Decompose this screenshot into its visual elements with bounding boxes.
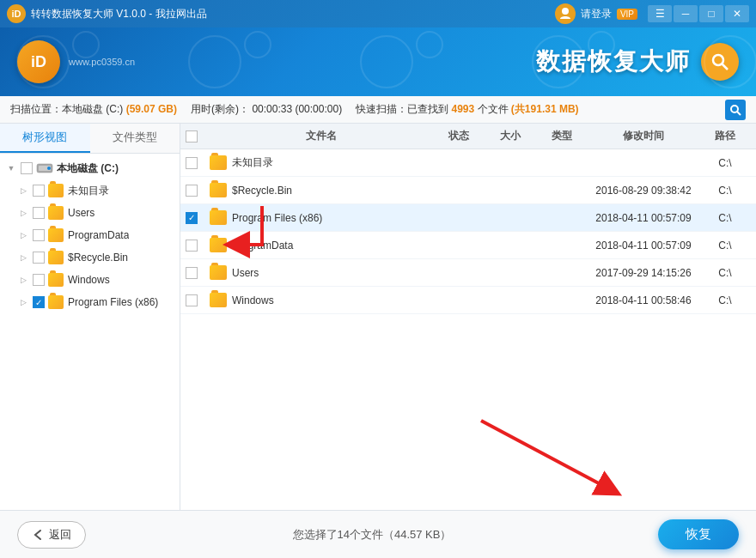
row-check-1[interactable]	[186, 185, 210, 197]
tree-item-programdata[interactable]: ▷ ProgramData	[0, 224, 180, 246]
file-cb-3[interactable]	[186, 240, 198, 252]
file-folder-icon-3	[210, 238, 227, 252]
cb-unknown[interactable]	[33, 185, 45, 197]
row-check-3[interactable]	[186, 240, 210, 252]
tab-file-type[interactable]: 文件类型	[90, 124, 180, 153]
minimize-btn[interactable]: ─	[674, 5, 698, 22]
row-check-4[interactable]	[186, 267, 210, 279]
expand-unknown[interactable]: ▷	[17, 185, 29, 197]
expand-recycle[interactable]: ▷	[17, 252, 29, 264]
cb-recycle[interactable]	[33, 252, 45, 264]
file-mtime-5: 2018-04-11 00:58:46	[588, 294, 699, 306]
back-icon	[32, 529, 44, 541]
close-btn[interactable]: ✕	[725, 5, 749, 22]
expand-programfiles[interactable]: ▷	[17, 296, 29, 308]
svg-point-1	[713, 55, 723, 65]
selection-status: 您选择了14个文件（44.57 KB）	[293, 528, 452, 541]
folder-icon-windows	[48, 273, 64, 287]
svg-line-2	[722, 64, 728, 70]
user-icon[interactable]	[555, 3, 576, 24]
tree-item-programfiles[interactable]: ▷ ✓ Program Files (x86)	[0, 291, 180, 313]
brand-website: www.pc0359.cn	[69, 57, 135, 67]
tree-item-users[interactable]: ▷ Users	[0, 202, 180, 224]
row-check-0[interactable]	[186, 157, 210, 169]
header-name: 文件名	[210, 129, 433, 143]
file-cb-4[interactable]	[186, 267, 198, 279]
file-mtime-3: 2018-04-11 00:57:09	[588, 240, 699, 252]
header-search-button[interactable]	[701, 43, 739, 81]
maximize-btn[interactable]: □	[699, 5, 723, 22]
header-checkbox[interactable]	[186, 130, 198, 143]
tree-root: ▼ 本地磁盘 (C:) ▷ 未知目录 ▷ U	[0, 154, 180, 317]
expand-programdata[interactable]: ▷	[17, 229, 29, 241]
time-info: 用时(剩余)： 00:00:33 (00:00:00)	[191, 102, 342, 117]
label-users: Users	[68, 207, 94, 219]
file-row-5[interactable]: Windows 2018-04-11 00:58:46 C:\	[180, 287, 756, 314]
header-status: 状态	[433, 129, 485, 143]
file-folder-icon-5	[210, 293, 227, 307]
file-cb-0[interactable]	[186, 157, 198, 169]
cb-programfiles[interactable]: ✓	[33, 296, 45, 308]
recover-button[interactable]: 恢复	[658, 519, 739, 549]
main-content: 树形视图 文件类型 ▼ 本地磁盘 (C:) ▷ 未知目录	[0, 124, 756, 510]
file-name-cell-3: ProgramData	[210, 238, 433, 252]
bottom-status-text: 您选择了14个文件（44.57 KB）	[86, 527, 658, 543]
file-path-1: C:\	[699, 185, 751, 197]
header-check[interactable]	[186, 130, 210, 143]
scan-result: 快速扫描：已查找到 4993 个文件 (共191.31 MB)	[356, 102, 578, 117]
scan-position: 扫描位置：本地磁盘 (C:) (59.07 GB)	[10, 102, 177, 117]
logo-circle: iD	[17, 40, 60, 83]
folder-icon-programdata	[48, 228, 64, 242]
login-text[interactable]: 请登录	[581, 7, 612, 21]
cb-users[interactable]	[33, 207, 45, 219]
file-name-3: ProgramData	[232, 240, 293, 252]
tree-item-unknown[interactable]: ▷ 未知目录	[0, 179, 180, 202]
vip-badge[interactable]: VIP	[617, 9, 637, 20]
tree-item-windows[interactable]: ▷ Windows	[0, 269, 180, 291]
file-cb-1[interactable]	[186, 185, 198, 197]
file-area: 文件名 状态 大小 类型 修改时间 路径 未知目录 C:\	[180, 124, 756, 510]
tree-item-root[interactable]: ▼ 本地磁盘 (C:)	[0, 157, 180, 179]
file-row-3[interactable]: ProgramData 2018-04-11 00:57:09 C:\	[180, 232, 756, 259]
svg-point-0	[562, 8, 569, 15]
expand-users[interactable]: ▷	[17, 207, 29, 219]
header-banner: iD www.pc0359.cn 数据恢复大师	[0, 27, 756, 96]
back-label: 返回	[49, 527, 71, 543]
file-row-2[interactable]: ✓ Program Files (x86) 2018-04-11 00:57:0…	[180, 204, 756, 232]
file-folder-icon-4	[210, 265, 227, 280]
cb-programdata[interactable]	[33, 229, 45, 241]
back-button[interactable]: 返回	[17, 521, 86, 549]
file-path-2: C:\	[699, 212, 751, 224]
file-path-4: C:\	[699, 267, 751, 279]
cb-windows[interactable]	[33, 274, 45, 286]
expand-windows[interactable]: ▷	[17, 274, 29, 286]
file-row-4[interactable]: Users 2017-09-29 14:15:26 C:\	[180, 259, 756, 287]
row-check-5[interactable]	[186, 294, 210, 306]
row-check-2[interactable]: ✓	[186, 212, 210, 224]
root-label: 本地磁盘 (C:)	[57, 161, 119, 176]
file-name-1: $Recycle.Bin	[232, 185, 292, 197]
file-name-cell-5: Windows	[210, 293, 433, 307]
label-windows: Windows	[68, 274, 110, 286]
file-path-0: C:\	[699, 157, 751, 169]
file-mtime-2: 2018-04-11 00:57:09	[588, 212, 699, 224]
file-row-0[interactable]: 未知目录 C:\	[180, 149, 756, 177]
header-path: 路径	[699, 129, 751, 143]
label-unknown: 未知目录	[68, 184, 109, 198]
folder-icon-users	[48, 206, 64, 220]
bottom-bar: 返回 您选择了14个文件（44.57 KB） 恢复	[0, 510, 756, 558]
tab-tree-view[interactable]: 树形视图	[0, 124, 90, 153]
file-name-5: Windows	[232, 294, 274, 306]
file-cb-5[interactable]	[186, 294, 198, 306]
file-row-1[interactable]: $Recycle.Bin 2016-08-29 09:38:42 C:\	[180, 177, 756, 204]
app-title: 转转数据恢复大师 V1.0.0 - 我拉网出品	[31, 7, 555, 21]
tree-item-recycle[interactable]: ▷ $Recycle.Bin	[0, 246, 180, 269]
svg-point-3	[731, 106, 738, 112]
menu-btn[interactable]: ☰	[648, 5, 672, 22]
status-search-icon[interactable]	[725, 100, 746, 120]
folder-icon-recycle	[48, 251, 64, 264]
folder-icon-unknown	[48, 184, 64, 197]
file-cb-2[interactable]: ✓	[186, 212, 198, 224]
expand-root[interactable]: ▼	[5, 162, 17, 174]
cb-root[interactable]	[21, 162, 33, 174]
